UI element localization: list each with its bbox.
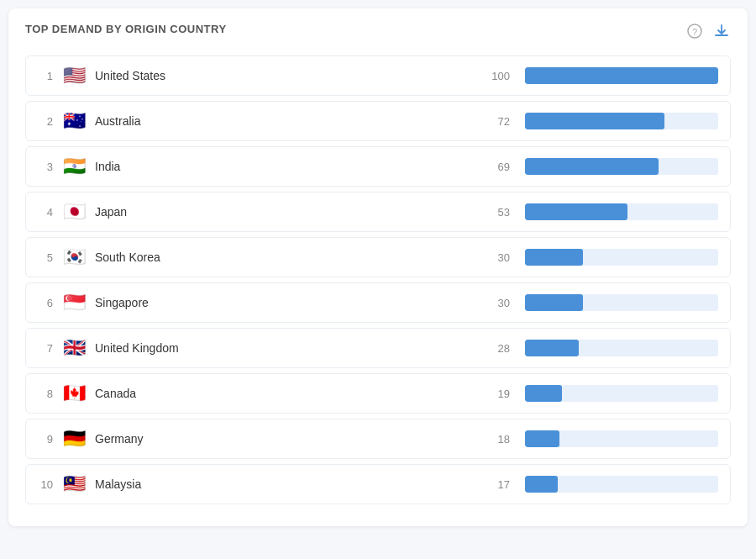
country-name: Malaysia [95, 477, 471, 491]
country-row: 2 🇦🇺 Australia 72 [25, 101, 731, 141]
country-row: 6 🇸🇬 Singapore 30 [25, 282, 731, 323]
country-score: 28 [480, 342, 510, 355]
rank-number: 4 [38, 206, 53, 219]
country-row: 3 🇮🇳 India 69 [25, 146, 731, 187]
bar-track [525, 158, 718, 175]
country-score: 100 [480, 70, 510, 82]
country-name: India [95, 160, 471, 173]
bar-track [525, 203, 718, 220]
country-name: Japan [95, 205, 471, 219]
country-name: Singapore [95, 296, 471, 309]
country-row: 8 🇨🇦 Canada 19 [25, 373, 731, 414]
country-name: Canada [95, 387, 471, 400]
country-name: Germany [95, 432, 471, 446]
country-row: 4 🇯🇵 Japan 53 [25, 192, 731, 232]
bar-track [525, 113, 718, 129]
country-name: United Kingdom [95, 341, 471, 355]
download-icon[interactable] [712, 22, 731, 40]
rank-number: 9 [38, 433, 53, 446]
country-flag: 🇯🇵 [61, 201, 87, 223]
bar-fill [525, 203, 627, 220]
country-score: 18 [480, 433, 510, 446]
bar-fill [525, 113, 664, 129]
header-actions: ? [685, 22, 731, 40]
bar-track [525, 430, 718, 447]
country-score: 69 [480, 161, 510, 173]
rank-number: 2 [38, 115, 53, 128]
rank-number: 5 [38, 251, 53, 264]
country-score: 17 [480, 478, 510, 491]
country-score: 30 [480, 251, 510, 264]
country-row: 7 🇬🇧 United Kingdom 28 [25, 328, 731, 368]
bar-fill [525, 430, 559, 447]
bar-track [525, 294, 718, 311]
country-score: 19 [480, 388, 510, 400]
country-flag: 🇦🇺 [61, 110, 87, 132]
country-flag: 🇮🇳 [61, 156, 87, 177]
bar-track [525, 340, 718, 356]
country-flag: 🇺🇸 [61, 65, 87, 87]
bar-fill [525, 249, 583, 266]
bar-track [525, 249, 718, 266]
rank-number: 7 [38, 342, 53, 355]
country-flag: 🇸🇬 [61, 292, 87, 314]
country-row: 5 🇰🇷 South Korea 30 [25, 237, 731, 277]
page-title: TOP DEMAND BY ORIGIN COUNTRY [25, 22, 227, 37]
bar-track [525, 476, 718, 493]
bar-fill [525, 294, 583, 311]
rank-number: 6 [38, 297, 53, 309]
country-name: Australia [95, 114, 471, 128]
rank-number: 8 [38, 388, 53, 400]
country-flag: 🇩🇪 [61, 428, 87, 450]
header: TOP DEMAND BY ORIGIN COUNTRY ? [25, 22, 731, 40]
bar-fill [525, 67, 718, 84]
country-row: 1 🇺🇸 United States 100 [25, 55, 731, 96]
bar-fill [525, 158, 659, 175]
bar-fill [525, 385, 562, 402]
rank-number: 3 [38, 161, 53, 173]
svg-text:?: ? [692, 27, 697, 37]
country-flag: 🇲🇾 [61, 473, 87, 495]
country-flag: 🇰🇷 [61, 246, 87, 268]
bar-fill [525, 476, 558, 493]
main-panel: TOP DEMAND BY ORIGIN COUNTRY ? 1 🇺🇸 Unit… [8, 8, 748, 526]
rank-number: 10 [38, 478, 53, 491]
country-list: 1 🇺🇸 United States 100 2 🇦🇺 Australia 72… [25, 55, 731, 509]
country-flag: 🇨🇦 [61, 382, 87, 404]
country-flag: 🇬🇧 [61, 337, 87, 359]
bar-track [525, 385, 718, 402]
bar-track [525, 67, 718, 84]
country-score: 53 [480, 206, 510, 219]
country-row: 9 🇩🇪 Germany 18 [25, 419, 731, 459]
bar-fill [525, 340, 579, 356]
help-icon[interactable]: ? [685, 22, 704, 40]
rank-number: 1 [38, 70, 53, 82]
country-row: 10 🇲🇾 Malaysia 17 [25, 464, 731, 504]
country-name: South Korea [95, 250, 471, 264]
country-score: 30 [480, 297, 510, 309]
country-score: 72 [480, 115, 510, 128]
country-name: United States [95, 69, 471, 82]
